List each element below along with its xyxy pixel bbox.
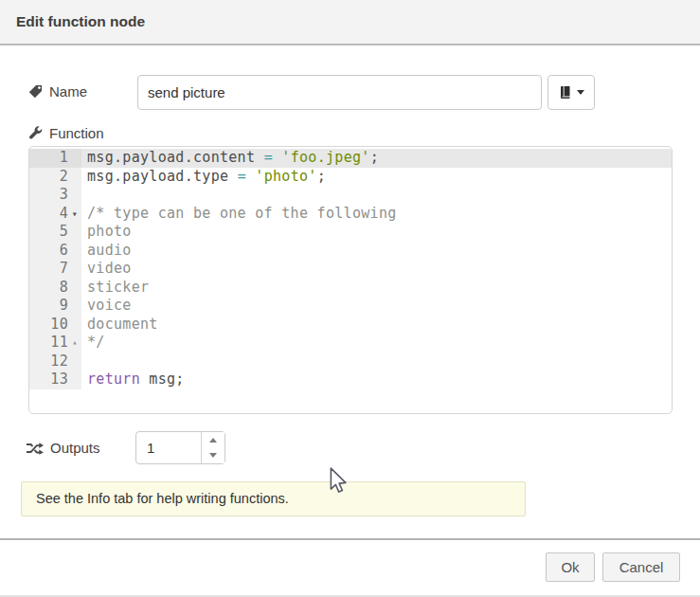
code-token xyxy=(246,168,255,185)
line-number: 1 xyxy=(29,149,68,168)
chevron-down-icon xyxy=(577,90,584,95)
code-token: video xyxy=(87,260,132,277)
code-token: = xyxy=(238,168,246,185)
code-line[interactable]: msg.payload.content = 'foo.jpeg'; xyxy=(81,149,672,168)
code-line[interactable]: audio xyxy=(81,242,672,261)
code-line[interactable]: */ xyxy=(81,334,672,353)
edit-function-dialog: Edit function node Name Function 1msg.pa… xyxy=(0,0,700,597)
code-token: photo xyxy=(87,223,132,240)
editor-gutter-cell[interactable]: 4▾ xyxy=(29,205,81,224)
name-label: Name xyxy=(28,83,87,100)
dialog-title: Edit function node xyxy=(16,0,145,44)
fold-toggle-icon[interactable]: ▾ xyxy=(68,205,81,224)
editor-line[interactable]: 4▾/* type can be one of the following xyxy=(29,205,672,224)
code-token: msg.payload.type xyxy=(87,168,238,185)
dialog-header: Edit function node xyxy=(0,0,700,45)
line-number: 3 xyxy=(29,186,68,205)
function-label: Function xyxy=(28,125,104,141)
code-line[interactable]: photo xyxy=(81,223,672,242)
code-token: voice xyxy=(87,297,132,314)
editor-line[interactable]: 10document xyxy=(29,316,672,335)
code-line[interactable]: msg.payload.type = 'photo'; xyxy=(81,168,672,187)
code-token: audio xyxy=(87,242,132,259)
editor-line[interactable]: 9voice xyxy=(29,297,672,316)
code-token: 'foo.jpeg' xyxy=(281,149,369,166)
fold-spacer xyxy=(68,371,81,389)
code-line[interactable] xyxy=(81,186,672,205)
code-line[interactable]: /* type can be one of the following xyxy=(81,205,672,224)
fold-spacer xyxy=(68,186,81,205)
editor-gutter-cell[interactable]: 1 xyxy=(29,149,81,168)
editor-gutter-cell[interactable]: 8 xyxy=(29,279,81,298)
fold-spacer xyxy=(68,168,81,187)
line-number: 12 xyxy=(29,353,68,371)
editor-gutter-cell[interactable]: 5 xyxy=(29,223,81,242)
fold-spacer xyxy=(68,353,81,371)
editor-line[interactable]: 1msg.payload.content = 'foo.jpeg'; xyxy=(29,149,672,168)
editor-line[interactable]: 13return msg; xyxy=(29,371,672,389)
line-number: 4 xyxy=(29,205,68,224)
wrench-icon xyxy=(28,126,43,140)
editor-gutter-cell[interactable]: 3 xyxy=(29,186,81,205)
editor-gutter-cell[interactable]: 12 xyxy=(29,353,81,371)
line-number: 9 xyxy=(29,297,68,316)
info-tip: See the Info tab for help writing functi… xyxy=(21,481,526,516)
line-number: 2 xyxy=(29,168,68,187)
library-button[interactable] xyxy=(547,75,595,110)
fold-spacer xyxy=(68,242,81,261)
editor-line[interactable]: 2msg.payload.type = 'photo'; xyxy=(29,168,672,187)
editor-gutter-cell[interactable]: 7 xyxy=(29,260,81,279)
line-number: 10 xyxy=(29,316,68,335)
code-line[interactable]: return msg; xyxy=(81,371,672,389)
cancel-button[interactable]: Cancel xyxy=(602,552,680,582)
line-number: 11 xyxy=(29,334,68,353)
fold-spacer xyxy=(68,260,81,279)
fold-toggle-icon[interactable]: ▴ xyxy=(68,334,81,353)
fold-spacer xyxy=(68,223,81,242)
spinner-buttons xyxy=(201,432,224,463)
editor-line[interactable]: 12 xyxy=(29,353,672,371)
editor-gutter-cell[interactable]: 2 xyxy=(29,168,81,187)
editor-line[interactable]: 11▴*/ xyxy=(29,334,672,353)
triangle-down-icon xyxy=(209,453,217,458)
triangle-up-icon xyxy=(209,438,217,443)
editor-line[interactable]: 6audio xyxy=(29,242,672,261)
editor-line[interactable]: 7video xyxy=(29,260,672,279)
code-token: document xyxy=(87,316,158,333)
editor-gutter-cell[interactable]: 10 xyxy=(29,316,81,335)
book-icon xyxy=(559,85,572,100)
shuffle-icon xyxy=(27,442,44,455)
code-token: ; xyxy=(370,149,379,166)
outputs-input[interactable] xyxy=(136,432,209,463)
ok-button[interactable]: Ok xyxy=(546,552,595,582)
fold-spacer xyxy=(68,149,81,168)
code-token: return xyxy=(87,371,140,388)
code-line[interactable]: document xyxy=(81,316,672,335)
code-token: = xyxy=(264,149,273,166)
name-input[interactable] xyxy=(137,75,542,110)
fold-spacer xyxy=(68,316,81,335)
line-number: 13 xyxy=(29,371,68,389)
code-token: msg.payload.content xyxy=(87,149,264,166)
line-number: 6 xyxy=(29,242,68,261)
code-token: msg; xyxy=(140,371,185,388)
editor-gutter-cell[interactable]: 13 xyxy=(29,371,81,389)
outputs-label: Outputs xyxy=(27,440,100,456)
code-token: /* type can be one of the following xyxy=(87,205,397,222)
editor-line[interactable]: 3 xyxy=(29,186,672,205)
editor-gutter-cell[interactable]: 9 xyxy=(29,297,81,316)
editor-line[interactable]: 8sticker xyxy=(29,279,672,298)
code-line[interactable]: sticker xyxy=(81,279,672,298)
editor-line[interactable]: 5photo xyxy=(29,223,672,242)
editor-gutter-cell[interactable]: 6 xyxy=(29,242,81,261)
function-code-editor[interactable]: 1msg.payload.content = 'foo.jpeg';2msg.p… xyxy=(28,146,673,414)
code-line[interactable]: video xyxy=(81,260,672,279)
spinner-up-button[interactable] xyxy=(202,432,224,448)
outputs-spinner xyxy=(135,431,225,464)
spinner-down-button[interactable] xyxy=(202,448,224,464)
editor-gutter-cell[interactable]: 11▴ xyxy=(29,334,81,353)
code-line[interactable] xyxy=(81,353,672,371)
code-line[interactable]: voice xyxy=(81,297,672,316)
code-token: ; xyxy=(317,168,326,185)
code-token: */ xyxy=(87,334,105,351)
